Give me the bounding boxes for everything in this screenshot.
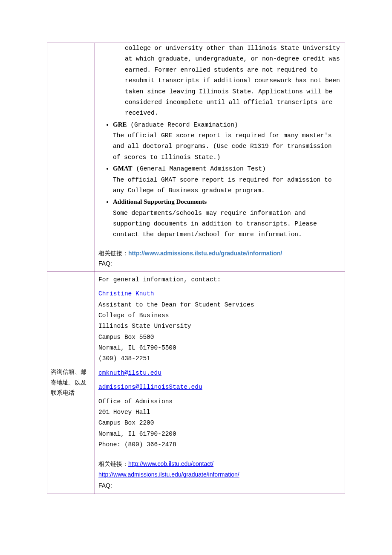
office-line3: Campus Box 2200 xyxy=(98,418,341,428)
contact-addr2: Normal, IL 61790-5500 xyxy=(98,343,341,353)
contact-faq-label: FAQ: xyxy=(98,480,341,491)
gre-item: GRE (Graduate Record Examination) The of… xyxy=(113,119,341,163)
requirements-label-cell xyxy=(47,43,95,272)
contact-org2: Illinois State University xyxy=(98,321,341,332)
office-line5: Phone: (800) 366-2478 xyxy=(98,439,341,450)
cob-contact-link[interactable]: http://www.cob.ilstu.edu/contact/ xyxy=(128,460,213,467)
transcript-continuation: college or university other than Illinoi… xyxy=(125,43,341,119)
contact-intro: For general information, contact: xyxy=(98,275,341,285)
office-line2: 201 Hovey Hall xyxy=(98,407,341,418)
additional-title: Additional Supporting Documents xyxy=(113,198,207,205)
requirements-content-cell: college or university other than Illinoi… xyxy=(95,43,345,272)
requirements-row: college or university other than Illinoi… xyxy=(47,43,345,272)
contact-label-cell: 咨询信箱、邮寄地址、以及联系电话 xyxy=(47,272,95,494)
grad-info-link2[interactable]: http://www.admissions.ilstu.edu/graduate… xyxy=(98,471,239,478)
contact-addr1: Campus Box 5500 xyxy=(98,332,341,343)
info-table: college or university other than Illinoi… xyxy=(47,43,345,494)
gre-title: GRE xyxy=(113,121,127,128)
faq-label: FAQ: xyxy=(98,258,341,269)
contact-email2-link[interactable]: admissions@IllinoisState.edu xyxy=(98,384,202,390)
contact-link-line: 相关链接：http://www.cob.ilstu.edu/contact/ xyxy=(98,459,341,469)
gmat-subtitle: (General Management Admission Test) xyxy=(133,165,266,172)
requirements-list: GRE (Graduate Record Examination) The of… xyxy=(113,119,341,240)
office-line1: Office of Admissions xyxy=(98,396,341,407)
gre-body: The official GRE score report is require… xyxy=(113,132,331,161)
related-link-line: 相关链接：http://www.admissions.ilstu.edu/gra… xyxy=(98,248,341,259)
graduate-info-link[interactable]: http://www.admissions.ilstu.edu/graduate… xyxy=(128,250,282,257)
additional-body: Some departments/schools may require inf… xyxy=(113,210,317,238)
contact-email1-link[interactable]: cmknuth@ilstu.edu xyxy=(98,370,161,376)
gmat-body: The official GMAT score report is requir… xyxy=(113,176,331,194)
contact-name-link[interactable]: Christine Knuth xyxy=(98,290,154,297)
office-line4: Normal, Il 61790-2200 xyxy=(98,429,341,439)
contact-row: 咨询信箱、邮寄地址、以及联系电话 For general information… xyxy=(47,272,345,494)
contact-link-label: 相关链接： xyxy=(98,460,128,467)
gmat-title: GMAT xyxy=(113,165,133,172)
link-label: 相关链接： xyxy=(98,250,128,257)
contact-org1: College of Business xyxy=(98,310,341,321)
contact-title: Assistant to the Dean for Student Servic… xyxy=(98,300,341,310)
contact-content-cell: For general information, contact: Christ… xyxy=(95,272,345,494)
gmat-item: GMAT (General Management Admission Test)… xyxy=(113,163,341,196)
additional-docs-item: Additional Supporting Documents Some dep… xyxy=(113,196,341,240)
contact-phone1: (309) 438-2251 xyxy=(98,353,341,364)
gre-subtitle: (Graduate Record Examination) xyxy=(127,121,238,128)
